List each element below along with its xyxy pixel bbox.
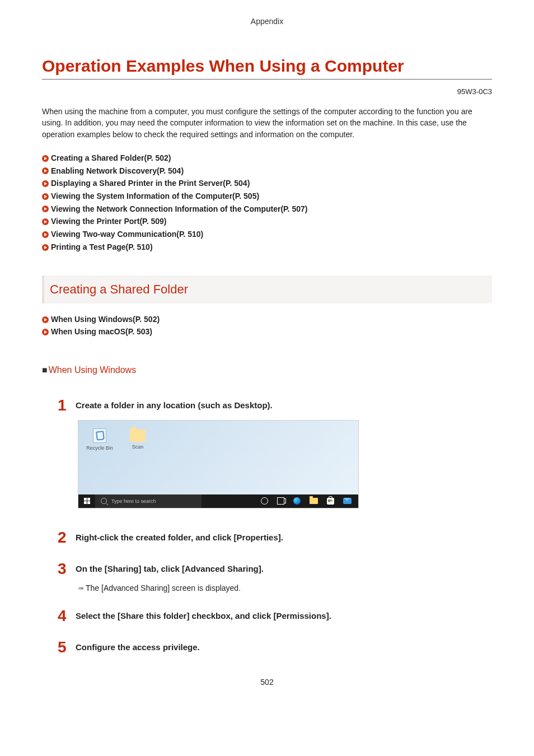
task-view-icon xyxy=(277,497,284,505)
link-label: When Using Windows(P. 502) xyxy=(51,314,160,326)
cortana-icon xyxy=(261,497,268,505)
recycle-bin-icon: Recycle Bin xyxy=(84,428,115,451)
bullet-icon xyxy=(42,167,49,174)
page-title: Operation Examples When Using a Computer xyxy=(42,57,492,80)
section-heading: Creating a Shared Folder xyxy=(42,276,492,304)
bullet-icon xyxy=(42,155,49,162)
list-item[interactable]: When Using macOS(P. 503) xyxy=(42,326,492,338)
desktop-area: Recycle Bin Scan xyxy=(78,421,358,494)
windows-icon xyxy=(84,498,90,504)
square-bullet-icon: ■ xyxy=(42,365,48,375)
link-label: When Using macOS(P. 503) xyxy=(51,326,152,338)
bullet-icon xyxy=(42,231,49,238)
step-1: 1 Create a folder in any location (such … xyxy=(58,398,492,413)
search-placeholder: Type here to search xyxy=(111,498,156,504)
step-text: On the [Sharing] tab, click [Advanced Sh… xyxy=(76,561,264,577)
bullet-icon xyxy=(42,329,49,335)
step-4: 4 Select the [Share this folder] checkbo… xyxy=(58,608,492,624)
edge-icon xyxy=(293,497,301,505)
list-item[interactable]: Creating a Shared Folder(P. 502) xyxy=(42,152,492,165)
header-section-label: Appendix xyxy=(42,0,492,57)
sub-link-list: When Using Windows(P. 502) When Using ma… xyxy=(42,314,492,338)
note-text: The [Advanced Sharing] screen is display… xyxy=(86,584,241,592)
link-label: Printing a Test Page(P. 510) xyxy=(51,241,153,254)
step-note: ➠The [Advanced Sharing] screen is displa… xyxy=(78,584,492,592)
search-icon xyxy=(101,498,107,504)
document-code: 95W3-0C3 xyxy=(42,87,492,96)
step-2: 2 Right-click the created folder, and cl… xyxy=(58,530,492,545)
list-item[interactable]: Viewing Two-way Communication(P. 510) xyxy=(42,228,492,241)
taskbar-right xyxy=(261,497,358,505)
intro-paragraph: When using the machine from a computer, … xyxy=(42,106,492,140)
link-label: Viewing the Network Connection Informati… xyxy=(51,203,307,216)
link-label: Enabling Network Discovery(P. 504) xyxy=(51,165,184,178)
bullet-icon xyxy=(42,180,49,187)
step-number: 1 xyxy=(58,398,76,413)
step-number: 2 xyxy=(58,530,76,545)
start-button xyxy=(78,494,95,508)
bullet-icon xyxy=(42,193,49,200)
step-5: 5 Configure the access privilege. xyxy=(58,640,492,655)
bullet-icon xyxy=(42,206,49,212)
list-item[interactable]: Viewing the Network Connection Informati… xyxy=(42,203,492,216)
step-number: 5 xyxy=(58,640,76,655)
link-label: Viewing the Printer Port(P. 509) xyxy=(51,216,166,228)
bullet-icon xyxy=(42,244,49,251)
link-label: Creating a Shared Folder(P. 502) xyxy=(51,152,171,165)
link-label: Viewing the System Information of the Co… xyxy=(51,190,259,203)
step-text: Right-click the created folder, and clic… xyxy=(76,530,283,545)
list-item[interactable]: When Using Windows(P. 502) xyxy=(42,314,492,326)
arrow-icon: ➠ xyxy=(78,584,83,592)
list-item[interactable]: Displaying a Shared Printer in the Print… xyxy=(42,178,492,190)
list-item[interactable]: Printing a Test Page(P. 510) xyxy=(42,241,492,254)
page-number: 502 xyxy=(42,678,492,687)
link-label: Viewing Two-way Communication(P. 510) xyxy=(51,228,203,241)
taskbar: Type here to search xyxy=(78,494,358,508)
list-item[interactable]: Viewing the Printer Port(P. 509) xyxy=(42,216,492,228)
step-text: Select the [Share this folder] checkbox,… xyxy=(76,608,331,624)
bullet-icon xyxy=(42,218,49,225)
icon-label: Recycle Bin xyxy=(84,445,115,451)
step-text: Configure the access privilege. xyxy=(76,640,200,655)
desktop-screenshot: Recycle Bin Scan Type here to search xyxy=(78,420,359,508)
step-text: Create a folder in any location (such as… xyxy=(76,398,273,413)
subhead-label: When Using Windows xyxy=(49,365,137,375)
store-icon xyxy=(327,498,334,505)
step-3: 3 On the [Sharing] tab, click [Advanced … xyxy=(58,561,492,577)
subsection-heading: ■When Using Windows xyxy=(42,365,492,375)
list-item[interactable]: Enabling Network Discovery(P. 504) xyxy=(42,165,492,178)
topic-link-list: Creating a Shared Folder(P. 502) Enablin… xyxy=(42,152,492,254)
search-box: Type here to search xyxy=(95,494,202,508)
list-item[interactable]: Viewing the System Information of the Co… xyxy=(42,190,492,203)
explorer-icon xyxy=(310,498,318,504)
step-number: 4 xyxy=(58,608,76,624)
mail-icon xyxy=(343,498,352,504)
icon-label: Scan xyxy=(122,444,153,450)
scan-folder-icon: Scan xyxy=(122,428,153,450)
step-number: 3 xyxy=(58,561,76,577)
link-label: Displaying a Shared Printer in the Print… xyxy=(51,178,250,190)
bullet-icon xyxy=(42,316,49,323)
